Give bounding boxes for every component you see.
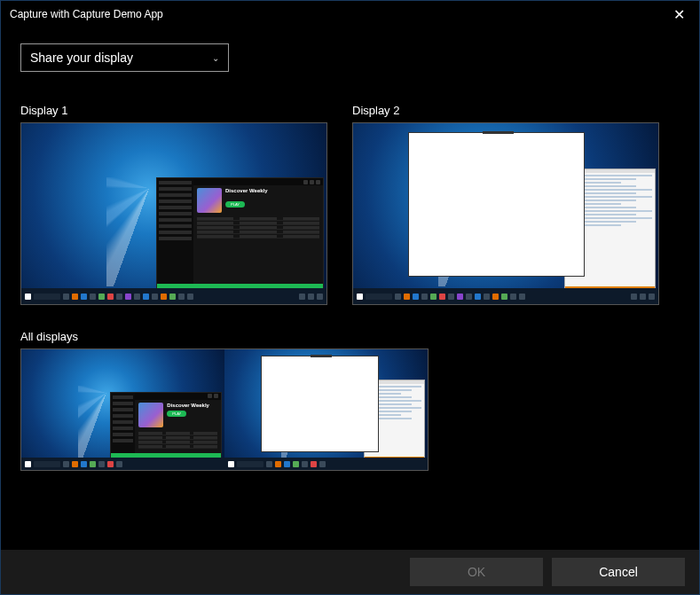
row-displays: Display 1 Discover Weekly (20, 104, 680, 305)
dropdown-selected-label: Share your display (30, 51, 133, 65)
option-all-displays: All displays Dis (20, 330, 680, 471)
all-displays-label: All displays (20, 330, 680, 343)
album-art-icon (197, 188, 222, 213)
preview-spotify-window: Discover Weekly PLAY (110, 392, 222, 459)
preview-blank-window (261, 356, 379, 452)
spotify-play-label: PLAY (225, 201, 245, 207)
option-display-1: Display 1 Discover Weekly (20, 104, 327, 305)
search-icon (34, 294, 60, 300)
titlebar: Capture with Capture Demo App ✕ (1, 1, 699, 27)
start-icon (25, 294, 31, 300)
close-icon: ✕ (673, 6, 685, 23)
share-mode-dropdown[interactable]: Share your display ⌄ (20, 43, 229, 72)
spotify-title: Discover Weekly (225, 188, 268, 193)
spotify-title: Discover Weekly (167, 403, 209, 408)
content-area: Share your display ⌄ Display 1 (1, 27, 699, 471)
tile-display-1[interactable]: Discover Weekly PLAY (20, 122, 327, 305)
preview-all-left: Discover Weekly PLAY (21, 349, 224, 470)
ok-button[interactable]: OK (410, 558, 543, 586)
taskbar (224, 458, 428, 470)
preview-display-2 (353, 123, 658, 304)
display-1-label: Display 1 (20, 104, 327, 117)
display-options: Display 1 Discover Weekly (20, 104, 680, 471)
dialog-footer: OK Cancel (1, 550, 699, 594)
taskbar (353, 288, 658, 304)
spotify-play-label: PLAY (167, 411, 186, 417)
chevron-down-icon: ⌄ (212, 53, 219, 63)
album-art-icon (138, 403, 163, 427)
close-button[interactable]: ✕ (659, 1, 699, 27)
preview-display-1: Discover Weekly PLAY (21, 123, 326, 304)
capture-picker-window: Capture with Capture Demo App ✕ Share yo… (0, 0, 700, 595)
search-icon (366, 294, 392, 300)
option-display-2: Display 2 (352, 104, 659, 305)
preview-spotify-window: Discover Weekly PLAY (156, 177, 324, 289)
taskbar (21, 288, 326, 304)
cancel-button[interactable]: Cancel (552, 558, 685, 586)
preview-blank-window (408, 132, 586, 277)
window-title: Capture with Capture Demo App (10, 8, 163, 20)
tile-display-2[interactable] (352, 122, 659, 305)
tile-all-displays[interactable]: Discover Weekly PLAY (20, 348, 429, 471)
preview-all-right (224, 349, 428, 470)
taskbar (21, 458, 224, 470)
start-icon (357, 294, 363, 300)
display-2-label: Display 2 (352, 104, 659, 117)
